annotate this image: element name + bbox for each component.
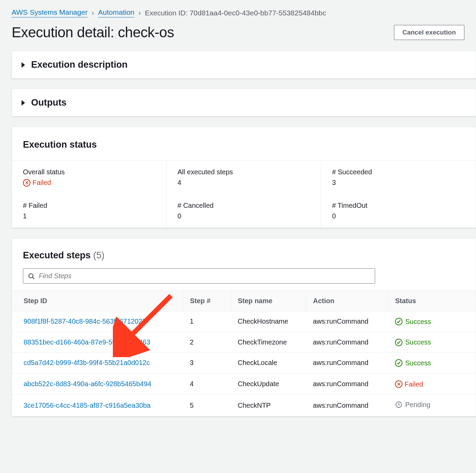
panel-header: Executed steps (5) xyxy=(12,239,476,268)
cell-step-id: 88351bec-d166-460a-87e9-5f9303f89463 xyxy=(12,332,183,353)
breadcrumb: AWS Systems Manager › Automation › Execu… xyxy=(0,0,476,21)
status-badge: ✕ Failed xyxy=(23,179,51,187)
success-icon xyxy=(395,339,402,346)
status-badge: Success xyxy=(395,318,431,326)
cell-status: Success xyxy=(388,332,476,353)
col-step-id[interactable]: Step ID xyxy=(12,291,183,311)
panel-toggle[interactable]: Outputs xyxy=(12,89,476,116)
chevron-right-icon: › xyxy=(138,9,141,17)
cell-status: Success xyxy=(388,353,476,374)
status-succeeded: # Succeeded 3 xyxy=(321,161,476,194)
error-icon: ✕ xyxy=(23,179,30,187)
cell-status: Pending xyxy=(388,394,476,416)
status-badge: Success xyxy=(395,338,431,346)
cell-action: aws:runCommand xyxy=(306,394,388,416)
search-input[interactable] xyxy=(39,272,370,280)
svg-line-1 xyxy=(32,277,34,279)
outputs-panel: Outputs xyxy=(12,89,476,117)
status-badge: ✕Failed xyxy=(395,380,423,388)
status-timedout: # TimedOut 0 xyxy=(321,194,476,228)
search-icon xyxy=(28,273,35,280)
search-input-wrap[interactable] xyxy=(23,268,375,284)
panel-title: Execution description xyxy=(31,59,128,70)
status-badge: Pending xyxy=(395,401,430,409)
caret-right-icon xyxy=(22,100,25,106)
cell-action: aws:runCommand xyxy=(306,311,388,332)
executed-steps-panel: Executed steps (5) Step ID Step # Step n… xyxy=(12,238,476,417)
status-overall: Overall status ✕ Failed xyxy=(12,161,167,194)
col-status[interactable]: Status xyxy=(388,291,476,311)
search-wrap xyxy=(12,268,476,290)
page-title: Execution detail: check-os xyxy=(12,24,174,41)
success-icon xyxy=(395,318,402,325)
cell-step-name: CheckUpdate xyxy=(231,373,306,394)
status-cancelled: # Cancelled 0 xyxy=(167,194,321,228)
table-header-row: Step ID Step # Step name Action Status xyxy=(12,291,476,311)
success-icon xyxy=(395,359,402,367)
cell-action: aws:runCommand xyxy=(306,353,388,374)
cell-step-name: CheckHostname xyxy=(231,311,306,332)
cell-step-id: 3ce17056-c4cc-4185-af87-c916a5ea30ba xyxy=(12,394,183,416)
step-id-link[interactable]: 3ce17056-c4cc-4185-af87-c916a5ea30ba xyxy=(24,402,150,409)
table-row: cd5a7d42-b999-4f3b-99f4-55b21a0d012c3Che… xyxy=(12,353,476,374)
status-value: 1 xyxy=(23,212,155,220)
step-id-link[interactable]: cd5a7d42-b999-4f3b-99f4-55b21a0d012c xyxy=(24,359,150,366)
cancel-execution-button[interactable]: Cancel execution xyxy=(394,25,464,40)
status-label: # TimedOut xyxy=(332,202,465,210)
step-id-link[interactable]: abcb522c-8d83-490a-a6fc-928b5465b494 xyxy=(24,380,151,388)
cell-step-num: 3 xyxy=(183,353,231,374)
status-label: Overall status xyxy=(23,168,155,176)
cell-step-num: 2 xyxy=(183,332,231,353)
status-grid: Overall status ✕ Failed All executed ste… xyxy=(12,160,476,228)
step-id-link[interactable]: 88351bec-d166-460a-87e9-5f9303f89463 xyxy=(24,338,150,346)
panel-toggle[interactable]: Execution description xyxy=(12,51,476,78)
col-action[interactable]: Action xyxy=(306,291,388,311)
cell-status: Success xyxy=(388,311,476,332)
cell-step-id: 908f1f8f-5287-40c8-984c-563f36712027 xyxy=(12,311,183,332)
col-step-name[interactable]: Step name xyxy=(231,291,306,311)
cell-step-num: 1 xyxy=(183,311,231,332)
execution-description-panel: Execution description xyxy=(12,51,476,79)
panel-title: Executed steps (5) xyxy=(23,250,105,261)
status-failed: # Failed 1 xyxy=(12,194,167,228)
cell-step-name: CheckNTP xyxy=(231,394,306,416)
caret-right-icon xyxy=(22,62,25,68)
cell-action: aws:runCommand xyxy=(306,373,388,394)
status-label: # Cancelled xyxy=(177,202,310,210)
table-row: 3ce17056-c4cc-4185-af87-c916a5ea30ba5Che… xyxy=(12,394,476,416)
cell-action: aws:runCommand xyxy=(306,332,388,353)
status-label: # Succeeded xyxy=(332,168,465,176)
panel-title: Execution status xyxy=(23,139,97,150)
pending-icon xyxy=(395,401,402,408)
cell-step-name: CheckTimezone xyxy=(231,332,306,353)
table-row: 908f1f8f-5287-40c8-984c-563f367120271Che… xyxy=(12,311,476,332)
error-icon: ✕ xyxy=(395,380,402,388)
col-step-num[interactable]: Step # xyxy=(183,291,231,311)
status-badge: Success xyxy=(395,359,431,367)
status-label: # Failed xyxy=(23,202,155,210)
status-all-steps: All executed steps 4 xyxy=(167,161,321,194)
cell-status: ✕Failed xyxy=(388,373,476,394)
page: AWS Systems Manager › Automation › Execu… xyxy=(0,0,476,441)
cell-step-id: abcb522c-8d83-490a-a6fc-928b5465b494 xyxy=(12,373,183,394)
chevron-right-icon: › xyxy=(92,9,94,17)
steps-table: Step ID Step # Step name Action Status 9… xyxy=(12,290,476,416)
svg-point-0 xyxy=(29,273,33,278)
table-row: 88351bec-d166-460a-87e9-5f9303f894632Che… xyxy=(12,332,476,353)
status-value: 0 xyxy=(177,212,310,220)
step-id-link[interactable]: 908f1f8f-5287-40c8-984c-563f36712027 xyxy=(24,317,146,325)
status-label: All executed steps xyxy=(177,168,310,176)
panel-count: (5) xyxy=(93,250,105,260)
cell-step-num: 4 xyxy=(183,373,231,394)
panel-header: Execution status xyxy=(12,127,476,160)
breadcrumb-automation[interactable]: Automation xyxy=(98,8,134,17)
status-value: 3 xyxy=(332,179,465,187)
status-value: 0 xyxy=(332,212,465,220)
panel-title: Outputs xyxy=(31,97,66,108)
status-value: Failed xyxy=(32,179,51,187)
breadcrumb-current: Execution ID: 70d81aa4-0ec0-43e0-bb77-55… xyxy=(145,9,326,17)
breadcrumb-root[interactable]: AWS Systems Manager xyxy=(12,8,88,17)
execution-status-panel: Execution status Overall status ✕ Failed… xyxy=(12,127,476,228)
cell-step-name: CheckLocale xyxy=(231,353,306,374)
cell-step-id: cd5a7d42-b999-4f3b-99f4-55b21a0d012c xyxy=(12,353,183,374)
